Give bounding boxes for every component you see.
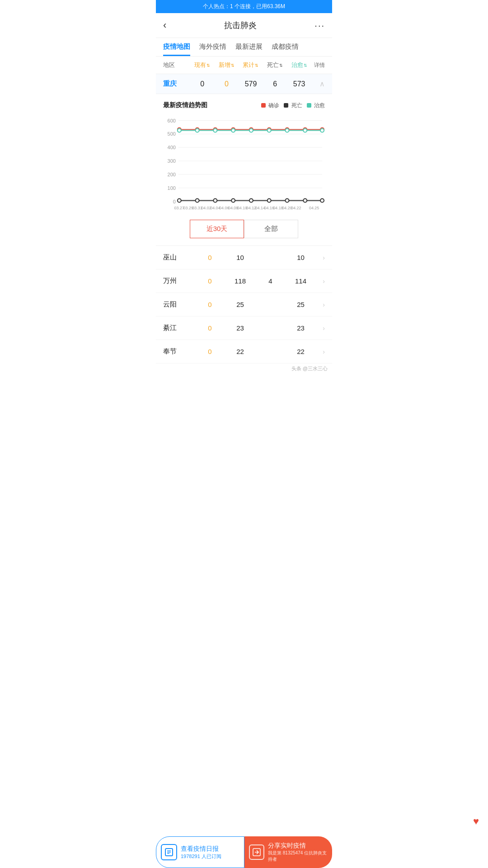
svg-text:400: 400 <box>168 145 176 150</box>
th-new[interactable]: 新增⇅ <box>215 61 239 69</box>
district-total: 23 <box>225 324 255 332</box>
svg-point-35 <box>231 199 235 203</box>
district-chevron: › <box>316 325 325 332</box>
svg-point-28 <box>267 128 271 132</box>
district-row-wushan[interactable]: 巫山 0 10 10 › <box>156 246 332 269</box>
svg-point-27 <box>249 128 253 132</box>
district-new: 0 <box>195 301 225 308</box>
district-row-fengjie[interactable]: 奉节 0 22 22 › <box>156 340 332 363</box>
svg-point-36 <box>249 199 253 203</box>
svg-point-29 <box>285 128 289 132</box>
district-cure: 23 <box>286 324 316 332</box>
district-row-yunyang[interactable]: 云阳 0 25 25 › <box>156 293 332 316</box>
district-cure: 114 <box>286 277 316 285</box>
svg-point-23 <box>178 128 181 132</box>
header: ‹ 抗击肺炎 ··· <box>156 13 332 38</box>
svg-point-25 <box>213 128 217 132</box>
page-title: 抗击肺炎 <box>224 20 257 31</box>
more-button[interactable]: ··· <box>314 20 325 31</box>
legend-dot-confirmed <box>261 103 266 108</box>
region-name: 重庆 <box>163 80 190 88</box>
svg-text:04.22: 04.22 <box>291 206 301 210</box>
legend-cure: 治愈 <box>307 102 325 109</box>
district-new: 0 <box>195 348 225 355</box>
region-new: 0 <box>215 80 239 88</box>
district-row-wanzhou[interactable]: 万州 0 118 4 114 › <box>156 269 332 293</box>
district-new: 0 <box>195 277 225 285</box>
district-row-qijiang[interactable]: 綦江 0 23 23 › <box>156 316 332 340</box>
district-name: 綦江 <box>163 324 195 332</box>
th-detail: 详情 <box>311 61 325 69</box>
svg-text:500: 500 <box>168 131 176 137</box>
district-total: 118 <box>225 277 255 285</box>
region-row-chongqing[interactable]: 重庆 0 0 579 6 573 ∧ <box>156 74 332 94</box>
svg-text:04.25: 04.25 <box>309 206 319 210</box>
legend-confirmed: 确诊 <box>261 102 279 109</box>
th-region: 地区 <box>163 61 190 69</box>
svg-point-31 <box>320 128 324 132</box>
district-total: 25 <box>225 301 255 308</box>
th-active[interactable]: 现有⇅ <box>190 61 215 69</box>
svg-point-30 <box>303 128 307 132</box>
region-death: 6 <box>263 80 287 88</box>
legend-dot-death <box>284 103 288 108</box>
svg-point-26 <box>231 128 235 132</box>
btn-all[interactable]: 全部 <box>244 220 298 238</box>
region-active: 0 <box>190 80 215 88</box>
district-new: 0 <box>195 254 225 261</box>
th-total[interactable]: 累计⇅ <box>239 61 263 69</box>
district-cure: 25 <box>286 301 316 308</box>
chart-container: 600 500 400 300 200 100 0 <box>163 114 325 213</box>
district-new: 0 <box>195 324 225 332</box>
district-cure: 22 <box>286 348 316 355</box>
tab-chengdu[interactable]: 成都疫情 <box>272 42 299 56</box>
svg-text:300: 300 <box>168 158 176 164</box>
svg-point-24 <box>196 128 199 132</box>
region-total: 579 <box>239 80 263 88</box>
legend-death: 死亡 <box>284 102 302 109</box>
table-header: 地区 现有⇅ 新增⇅ 累计⇅ 死亡⇅ 治愈⇅ 详情 <box>156 57 332 74</box>
tab-bar: 疫情地图 海外疫情 最新进展 成都疫情 <box>156 38 332 57</box>
district-name: 奉节 <box>163 347 195 356</box>
svg-point-39 <box>303 199 307 203</box>
btn-30days[interactable]: 近30天 <box>190 220 244 238</box>
district-death: 4 <box>255 277 286 285</box>
svg-point-40 <box>320 199 324 203</box>
svg-point-34 <box>213 199 217 203</box>
status-bar: 个人热点：1 个连接，已用63.36M <box>156 0 332 13</box>
district-list: 巫山 0 10 10 › 万州 0 118 4 114 › 云阳 0 25 25… <box>156 246 332 363</box>
chart-title: 最新疫情趋势图 <box>163 101 207 109</box>
svg-point-33 <box>196 199 199 203</box>
district-name: 巫山 <box>163 253 195 262</box>
tab-overseas[interactable]: 海外疫情 <box>199 42 226 56</box>
chart-header: 最新疫情趋势图 确诊 死亡 治愈 <box>163 101 325 109</box>
th-cure[interactable]: 治愈⇅ <box>287 61 311 69</box>
district-name: 云阳 <box>163 300 195 309</box>
chart-legend: 确诊 死亡 治愈 <box>261 102 325 109</box>
district-total: 10 <box>225 254 255 261</box>
district-chevron: › <box>316 301 325 308</box>
time-range-selector: 近30天 全部 <box>163 220 325 238</box>
th-death[interactable]: 死亡⇅ <box>263 61 287 69</box>
svg-text:0: 0 <box>173 199 176 204</box>
district-chevron: › <box>316 278 325 285</box>
tab-latest[interactable]: 最新进展 <box>235 42 263 56</box>
svg-text:200: 200 <box>168 172 176 177</box>
watermark: 头条 @三水三心 <box>156 363 332 408</box>
svg-point-38 <box>285 199 289 203</box>
region-cure: 573 <box>287 80 311 88</box>
svg-text:100: 100 <box>168 185 176 191</box>
district-chevron: › <box>316 254 325 261</box>
region-chevron: ∧ <box>311 80 325 88</box>
district-total: 22 <box>225 348 255 355</box>
svg-point-32 <box>178 199 181 203</box>
status-bar-text: 个人热点：1 个连接，已用63.36M <box>203 3 285 9</box>
district-name: 万州 <box>163 277 195 285</box>
svg-text:600: 600 <box>168 118 176 123</box>
district-cure: 10 <box>286 254 316 261</box>
svg-point-37 <box>267 199 271 203</box>
chart-section: 最新疫情趋势图 确诊 死亡 治愈 600 500 400 300 200 10 <box>156 94 332 246</box>
district-chevron: › <box>316 348 325 355</box>
back-button[interactable]: ‹ <box>163 19 166 31</box>
tab-epidemic-map[interactable]: 疫情地图 <box>163 42 190 56</box>
